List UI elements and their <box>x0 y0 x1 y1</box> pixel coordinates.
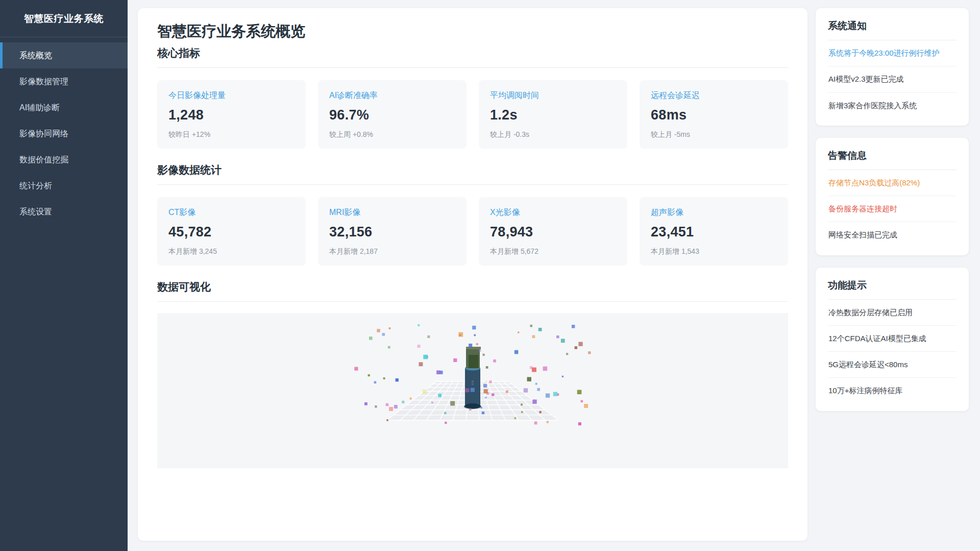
panel-title: 功能提示 <box>828 279 957 300</box>
metric-title: 平均调阅时间 <box>490 90 616 101</box>
panel-title: 告警信息 <box>828 149 957 170</box>
sidebar-item-imaging-data[interactable]: 影像数据管理 <box>0 68 128 94</box>
section-imaging-stats: 影像数据统计 <box>157 163 788 185</box>
stat-card-ultrasound: 超声影像 23,451 本月新增 1,543 <box>640 197 788 266</box>
3d-scene <box>157 313 788 468</box>
sidebar-item-imaging-network[interactable]: 影像协同网络 <box>0 121 128 147</box>
panel-system-notices: 系统通知 系统将于今晚23:00进行例行维护 AI模型v2.3更新已完成 新增3… <box>816 8 969 126</box>
stat-card-mri: MRI影像 32,156 本月新增 2,187 <box>318 197 467 266</box>
3d-cylinder-object <box>464 347 481 409</box>
metric-note: 较上月 -0.3s <box>490 130 616 139</box>
sidebar: 智慧医疗业务系统 系统概览 影像数据管理 AI辅助诊断 影像协同网络 数据价值挖… <box>0 0 128 551</box>
metric-card-today-processed: 今日影像处理量 1,248 较昨日 +12% <box>157 80 306 149</box>
tip-item: 12个CFDA认证AI模型已集成 <box>828 326 957 352</box>
metric-note: 较昨日 +12% <box>168 130 295 139</box>
stat-note: 本月新增 5,672 <box>490 247 616 256</box>
sidebar-item-overview[interactable]: 系统概览 <box>0 42 128 68</box>
stat-note: 本月新增 1,543 <box>651 247 777 256</box>
alert-item: 网络安全扫描已完成 <box>828 222 957 248</box>
tip-item: 冷热数据分层存储已启用 <box>828 300 957 326</box>
app-title: 智慧医疗业务系统 <box>0 0 128 37</box>
metric-card-retrieval-time: 平均调阅时间 1.2s 较上月 -0.3s <box>479 80 627 149</box>
notice-item: AI模型v2.3更新已完成 <box>828 66 957 92</box>
metric-card-ai-accuracy: AI诊断准确率 96.7% 较上周 +0.8% <box>318 80 467 149</box>
metric-value: 1.2s <box>490 107 616 123</box>
metric-card-remote-latency: 远程会诊延迟 68ms 较上月 -5ms <box>640 80 788 149</box>
metric-title: AI诊断准确率 <box>329 90 455 101</box>
panel-feature-tips: 功能提示 冷热数据分层存储已启用 12个CFDA认证AI模型已集成 5G远程会诊… <box>816 268 969 411</box>
stat-value: 32,156 <box>329 224 455 240</box>
section-visualization: 数据可视化 <box>157 280 788 302</box>
content-area: 智慧医疗业务系统概览 核心指标 今日影像处理量 1,248 较昨日 +12% A… <box>128 0 980 551</box>
stat-title: X光影像 <box>490 207 616 218</box>
metric-title: 远程会诊延迟 <box>651 90 777 101</box>
notice-item[interactable]: 系统将于今晚23:00进行例行维护 <box>828 40 957 66</box>
stat-value: 45,782 <box>168 224 295 240</box>
tip-item: 5G远程会诊延迟<80ms <box>828 352 957 378</box>
page-title: 智慧医疗业务系统概览 <box>157 21 788 42</box>
imaging-stats-grid: CT影像 45,782 本月新增 3,245 MRI影像 32,156 本月新增… <box>157 197 788 266</box>
alert-item: 备份服务器连接超时 <box>828 196 957 222</box>
notice-item: 新增3家合作医院接入系统 <box>828 93 957 118</box>
tip-item: 10万+标注病例特征库 <box>828 378 957 403</box>
data-visualization-canvas[interactable] <box>157 313 788 468</box>
section-core-metrics: 核心指标 <box>157 46 788 68</box>
metric-value: 1,248 <box>168 107 295 123</box>
metric-value: 96.7% <box>329 107 455 123</box>
metric-note: 较上周 +0.8% <box>329 130 455 139</box>
sidebar-item-settings[interactable]: 系统设置 <box>0 199 128 225</box>
panel-alerts: 告警信息 存储节点N3负载过高(82%) 备份服务器连接超时 网络安全扫描已完成 <box>816 138 969 255</box>
core-metrics-grid: 今日影像处理量 1,248 较昨日 +12% AI诊断准确率 96.7% 较上周… <box>157 80 788 149</box>
stat-title: MRI影像 <box>329 207 455 218</box>
alert-item: 存储节点N3负载过高(82%) <box>828 170 957 196</box>
stat-card-xray: X光影像 78,943 本月新增 5,672 <box>479 197 627 266</box>
right-column: 系统通知 系统将于今晚23:00进行例行维护 AI模型v2.3更新已完成 新增3… <box>816 8 969 541</box>
stat-title: CT影像 <box>168 207 295 218</box>
sidebar-item-statistics[interactable]: 统计分析 <box>0 173 128 199</box>
main-panel: 智慧医疗业务系统概览 核心指标 今日影像处理量 1,248 较昨日 +12% A… <box>138 8 807 541</box>
stat-note: 本月新增 2,187 <box>329 247 455 256</box>
sidebar-item-data-mining[interactable]: 数据价值挖掘 <box>0 147 128 173</box>
sidebar-item-ai-diagnosis[interactable]: AI辅助诊断 <box>0 94 128 121</box>
stat-note: 本月新增 3,245 <box>168 247 295 256</box>
stat-value: 78,943 <box>490 224 616 240</box>
metric-title: 今日影像处理量 <box>168 90 295 101</box>
stat-value: 23,451 <box>651 224 777 240</box>
metric-note: 较上月 -5ms <box>651 130 777 139</box>
panel-title: 系统通知 <box>828 19 957 40</box>
metric-value: 68ms <box>651 107 777 123</box>
stat-card-ct: CT影像 45,782 本月新增 3,245 <box>157 197 306 266</box>
stat-title: 超声影像 <box>651 207 777 218</box>
